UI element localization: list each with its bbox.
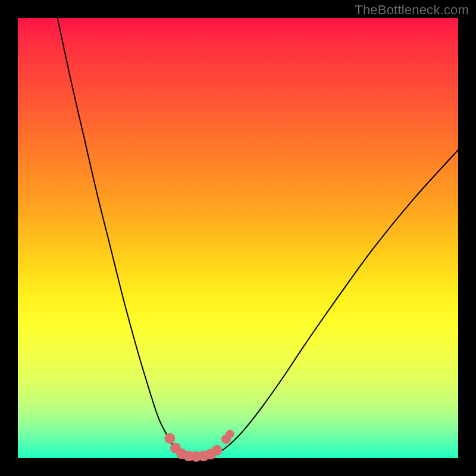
marker-group xyxy=(164,430,234,462)
watermark-text: TheBottleneck.com xyxy=(355,2,469,18)
marker-dot xyxy=(211,445,222,456)
line-left-branch xyxy=(58,18,186,456)
plot-area xyxy=(18,18,458,458)
chart-svg xyxy=(18,18,458,458)
chart-frame: TheBottleneck.com xyxy=(0,0,476,476)
marker-dot xyxy=(226,430,234,438)
line-right-branch xyxy=(212,150,458,456)
marker-dot xyxy=(164,433,175,444)
